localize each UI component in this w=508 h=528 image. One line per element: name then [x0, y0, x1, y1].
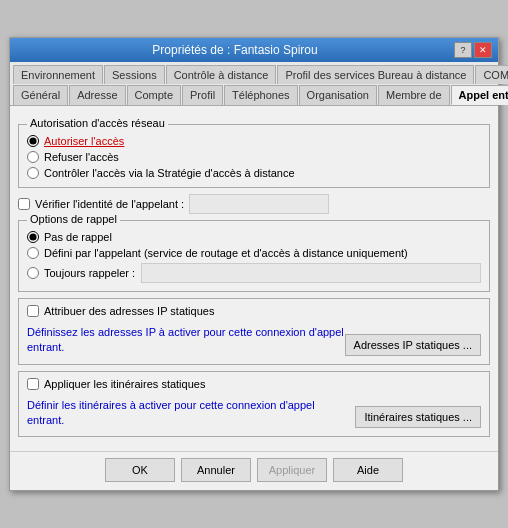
tab-controle[interactable]: Contrôle à distance: [166, 65, 277, 84]
toujours-rappeler-input[interactable]: [141, 263, 481, 283]
adresses-ip-label: Attribuer des adresses IP statiques: [44, 305, 214, 317]
tab-bar: Environnement Sessions Contrôle à distan…: [10, 62, 498, 106]
itineraires-button[interactable]: Itinéraires statiques ...: [355, 406, 481, 428]
radio-refuser-input[interactable]: [27, 151, 39, 163]
close-title-button[interactable]: ✕: [474, 42, 492, 58]
title-buttons: ? ✕: [454, 42, 492, 58]
help-title-button[interactable]: ?: [454, 42, 472, 58]
tab-row-2: Général Adresse Compte Profil Téléphones…: [13, 85, 495, 105]
acces-reseau-options: Autoriser l'accès Refuser l'accès Contrô…: [27, 135, 481, 179]
verifier-identite-checkbox[interactable]: [18, 198, 30, 210]
tab-com[interactable]: COM+: [475, 65, 508, 84]
apply-button[interactable]: Appliquer: [257, 458, 327, 482]
radio-pas-rappel[interactable]: Pas de rappel: [27, 231, 481, 243]
itineraires-desc-text: Définir les itinéraires à activer pour c…: [27, 399, 315, 426]
tab-environnement[interactable]: Environnement: [13, 65, 103, 84]
verifier-identite-label: Vérifier l'identité de l'appelant :: [35, 198, 184, 210]
ok-button[interactable]: OK: [105, 458, 175, 482]
tab-compte[interactable]: Compte: [127, 85, 182, 105]
cancel-button[interactable]: Annuler: [181, 458, 251, 482]
radio-refuser-label: Refuser l'accès: [44, 151, 119, 163]
tab-adresse[interactable]: Adresse: [69, 85, 125, 105]
adresses-ip-desc-text: Définissez les adresses IP à activer pou…: [27, 326, 344, 353]
adresses-ip-checkbox-row: Attribuer des adresses IP statiques: [27, 305, 481, 317]
tab-profil[interactable]: Profil: [182, 85, 223, 105]
adresses-ip-section: Attribuer des adresses IP statiques Défi…: [18, 298, 490, 365]
radio-controler-input[interactable]: [27, 167, 39, 179]
tab-content: Autorisation d'accès réseau Autoriser l'…: [10, 106, 498, 452]
help-button[interactable]: Aide: [333, 458, 403, 482]
main-window: Propriétés de : Fantasio Spirou ? ✕ Envi…: [9, 37, 499, 492]
adresses-ip-button[interactable]: Adresses IP statiques ...: [345, 334, 481, 356]
tab-appel-entrant[interactable]: Appel entrant: [451, 85, 508, 105]
options-rappel-label: Options de rappel: [27, 213, 120, 225]
verifier-identite-row: Vérifier l'identité de l'appelant :: [18, 194, 490, 214]
itineraires-section: Appliquer les itinéraires statiques Défi…: [18, 371, 490, 438]
acces-reseau-group: Autorisation d'accès réseau Autoriser l'…: [18, 124, 490, 188]
acces-reseau-label: Autorisation d'accès réseau: [27, 117, 168, 129]
radio-pas-rappel-input[interactable]: [27, 231, 39, 243]
footer: OK Annuler Appliquer Aide: [10, 451, 498, 490]
radio-toujours[interactable]: Toujours rappeler :: [27, 267, 135, 279]
options-rappel-group: Options de rappel Pas de rappel Défini p…: [18, 220, 490, 292]
title-bar: Propriétés de : Fantasio Spirou ? ✕: [10, 38, 498, 62]
radio-autoriser-input[interactable]: [27, 135, 39, 147]
radio-toujours-row: Toujours rappeler :: [27, 263, 481, 283]
radio-defini-input[interactable]: [27, 247, 39, 259]
tab-telephones[interactable]: Téléphones: [224, 85, 298, 105]
tab-sessions[interactable]: Sessions: [104, 65, 165, 84]
tab-membre[interactable]: Membre de: [378, 85, 450, 105]
itineraires-checkbox[interactable]: [27, 378, 39, 390]
radio-defini-label: Défini par l'appelant (service de routag…: [44, 247, 408, 259]
tab-row-1: Environnement Sessions Contrôle à distan…: [13, 65, 495, 84]
radio-refuser[interactable]: Refuser l'accès: [27, 151, 481, 163]
options-rappel-options: Pas de rappel Défini par l'appelant (ser…: [27, 231, 481, 283]
tab-organisation[interactable]: Organisation: [299, 85, 377, 105]
itineraires-checkbox-row: Appliquer les itinéraires statiques: [27, 378, 481, 390]
radio-autoriser-label: Autoriser l'accès: [44, 135, 124, 147]
radio-toujours-label: Toujours rappeler :: [44, 267, 135, 279]
window-title: Propriétés de : Fantasio Spirou: [16, 43, 454, 57]
radio-defini-appelant[interactable]: Défini par l'appelant (service de routag…: [27, 247, 481, 259]
verifier-identite-input[interactable]: [189, 194, 329, 214]
itineraires-label: Appliquer les itinéraires statiques: [44, 378, 205, 390]
tab-general[interactable]: Général: [13, 85, 68, 105]
radio-toujours-input[interactable]: [27, 267, 39, 279]
radio-autoriser[interactable]: Autoriser l'accès: [27, 135, 481, 147]
tab-profil-services[interactable]: Profil des services Bureau à distance: [277, 65, 474, 84]
adresses-ip-checkbox[interactable]: [27, 305, 39, 317]
radio-controler[interactable]: Contrôler l'accès via la Stratégie d'acc…: [27, 167, 481, 179]
radio-pas-rappel-label: Pas de rappel: [44, 231, 112, 243]
radio-controler-label: Contrôler l'accès via la Stratégie d'acc…: [44, 167, 295, 179]
